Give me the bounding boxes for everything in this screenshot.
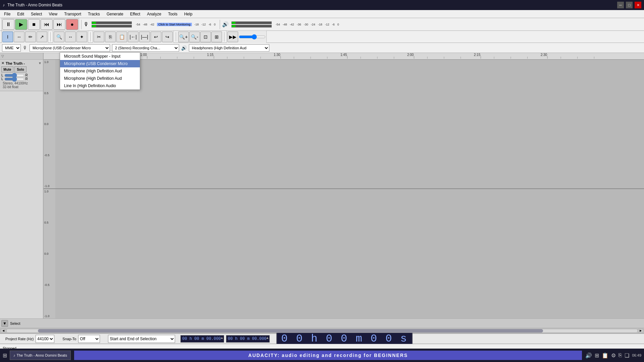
display-icon[interactable]: ⊞ xyxy=(595,352,599,359)
paste-button[interactable]: 📋 xyxy=(116,32,127,42)
layout-icon[interactable]: ❏ xyxy=(625,352,629,359)
dropdown-item-5[interactable]: Line In (High Definition Audio xyxy=(60,82,140,89)
undo-button[interactable]: ↩ xyxy=(151,32,161,42)
zoom-selection-button[interactable]: ⊞ xyxy=(211,32,222,42)
time-inputs: ▲ ▲ xyxy=(180,335,270,343)
taskbar-left: ⊞ ♪ The Truth - Anno Domini Beats xyxy=(3,351,71,360)
tools-group: I ↔ ✏ ↗ xyxy=(1,31,48,43)
record-button[interactable]: ● xyxy=(66,19,78,30)
channels-select[interactable]: 2 (Stereo) Recording Cha... xyxy=(112,44,179,52)
search-icon[interactable]: 🔍 xyxy=(54,32,64,42)
zoom-out-button2[interactable]: 🔍- xyxy=(189,32,200,42)
playback-speed-slider[interactable] xyxy=(239,34,266,40)
output-device-select[interactable]: Headphones (High Definition Aud xyxy=(189,44,269,52)
y-axis-bottom: 1.0 0.5 0.0 -0.5 -1.0 xyxy=(44,189,55,318)
menu-item-analyze[interactable]: Analyze xyxy=(144,10,164,18)
separator xyxy=(81,20,82,29)
time1-container: ▲ xyxy=(180,335,224,343)
scroll-right-button[interactable]: ▶ xyxy=(638,329,643,333)
host-select[interactable]: MME xyxy=(2,44,21,52)
zoom-fit-button[interactable]: ⊡ xyxy=(200,32,211,42)
select-tool-button[interactable]: I xyxy=(2,32,13,42)
h-scroll-thumb[interactable] xyxy=(38,329,543,333)
track-info-stereo: Stereo, 44100Hz xyxy=(3,81,40,85)
menu-item-tools[interactable]: Tools xyxy=(165,10,180,18)
windows-start-icon[interactable]: ⊞ xyxy=(3,352,7,359)
pause-button[interactable]: ⏸ xyxy=(2,19,14,30)
time2-input[interactable] xyxy=(226,335,270,343)
skip-back-button[interactable]: ⏮ xyxy=(41,19,53,30)
solo-button[interactable]: Solo xyxy=(14,66,26,72)
project-rate-select[interactable]: 44100 48000 96000 xyxy=(36,335,54,343)
restore-button[interactable]: □ xyxy=(626,2,633,8)
selection-mode-select[interactable]: Start and End of Selection Start and Len… xyxy=(108,335,175,343)
pan-slider[interactable] xyxy=(4,77,24,81)
sep4 xyxy=(90,32,91,42)
silence-button[interactable]: |—| xyxy=(139,32,150,42)
input-meter-r xyxy=(92,25,132,27)
dropdown-item-1[interactable]: Microsoft Sound Mapper - Input xyxy=(60,53,140,60)
title-bar: ♪ The Truth - Anno Domini Beats ─ □ ✕ xyxy=(0,0,644,10)
snap-to-select[interactable]: Off Nearest Prior xyxy=(78,335,100,343)
menu-item-select[interactable]: Select xyxy=(28,10,45,18)
volume-icon[interactable]: 🔊 xyxy=(585,352,592,359)
draw-tool-button[interactable]: ✏ xyxy=(25,32,36,42)
settings-icon[interactable]: ⚙ xyxy=(611,352,616,359)
redo-button[interactable]: ↪ xyxy=(162,32,173,42)
select-label: Select xyxy=(10,321,20,325)
play-at-speed-button[interactable]: ▶▶ xyxy=(227,32,238,42)
menu-item-edit[interactable]: Edit xyxy=(14,10,27,18)
system-time: 06:49 xyxy=(632,353,641,357)
skip-forward-button[interactable]: ⏭ xyxy=(53,19,65,30)
pan-label-r: R xyxy=(25,77,28,81)
zoom-in-button[interactable]: ✦ xyxy=(76,32,87,42)
close-button[interactable]: ✕ xyxy=(635,2,641,8)
watermark-text: AUDACITY: audio editing and recording fo… xyxy=(248,353,408,358)
project-rate-area: Project Rate (Hz) 44100 48000 96000 xyxy=(3,334,57,344)
clipboard-icon[interactable]: 📋 xyxy=(602,352,608,359)
output-meter-r xyxy=(231,25,272,27)
menu-item-generate[interactable]: Generate xyxy=(104,10,126,18)
title-bar-controls: ─ □ ✕ xyxy=(617,2,641,8)
menu-item-tracks[interactable]: Tracks xyxy=(85,10,103,18)
envelope-tool-button[interactable]: ↔ xyxy=(14,32,24,42)
share-icon[interactable]: ⎘ xyxy=(619,352,622,358)
snap-to-area: Snap-To Off Nearest Prior xyxy=(60,334,103,344)
play-button[interactable]: ▶ xyxy=(15,19,27,30)
y-axis-top: 1.0 0.5 0.0 -0.5 -1.0 xyxy=(44,60,55,188)
menu-item-view[interactable]: View xyxy=(46,10,60,18)
taskbar-watermark: AUDACITY: audio editing and recording fo… xyxy=(74,351,582,360)
menu-item-effect[interactable]: Effect xyxy=(127,10,143,18)
main-area: ▽ ✕ The Truth - ▼ Mute Solo L R L R xyxy=(0,53,644,318)
copy-button[interactable]: ⎘ xyxy=(105,32,116,42)
mute-button[interactable]: Mute xyxy=(1,66,13,72)
time1-up-icon[interactable]: ▲ xyxy=(220,336,223,340)
scroll-left-button[interactable]: ◀ xyxy=(1,329,6,333)
dropdown-item-3[interactable]: Microphone (High Definition Aud xyxy=(60,67,140,75)
zoom-out-button[interactable]: ↔ xyxy=(65,32,76,42)
menu-item-transport[interactable]: Transport xyxy=(61,10,84,18)
input-device-select[interactable]: Microphone (USB Condenser Micro xyxy=(30,44,110,52)
zoom-in-button2[interactable]: 🔍+ xyxy=(178,32,189,42)
stop-button[interactable]: ■ xyxy=(28,19,40,30)
separator2 xyxy=(220,20,220,29)
menu-item-file[interactable]: File xyxy=(1,10,13,18)
menu-bar: FileEditSelectViewTransportTracksGenerat… xyxy=(0,10,644,18)
time2-up-icon[interactable]: ▲ xyxy=(266,336,269,340)
menu-item-help[interactable]: Help xyxy=(181,10,195,18)
dropdown-item-4[interactable]: Microphone (High Definition Aud xyxy=(60,75,140,82)
project-rate-label: Project Rate (Hz) xyxy=(5,337,34,341)
dropdown-item-2[interactable]: Microphone (USB Condenser Micro xyxy=(60,60,140,67)
time1-input[interactable] xyxy=(180,335,224,343)
add-track-button[interactable]: ▼ xyxy=(1,320,8,327)
input-device-dropdown[interactable]: Microsoft Sound Mapper - Input Microphon… xyxy=(60,52,140,90)
multi-tool-button[interactable]: ↗ xyxy=(37,32,47,42)
cut-button[interactable]: ✂ xyxy=(94,32,104,42)
taskbar-app-button[interactable]: ♪ The Truth - Anno Domini Beats xyxy=(10,351,71,360)
track-dropdown-icon[interactable]: ▼ xyxy=(38,61,42,65)
sep5 xyxy=(176,32,176,42)
speaker-icon: 🔊 xyxy=(222,21,229,27)
trim-button[interactable]: |←| xyxy=(128,32,139,42)
minimize-button[interactable]: ─ xyxy=(617,2,624,8)
mute-solo-row: Mute Solo xyxy=(1,66,42,72)
